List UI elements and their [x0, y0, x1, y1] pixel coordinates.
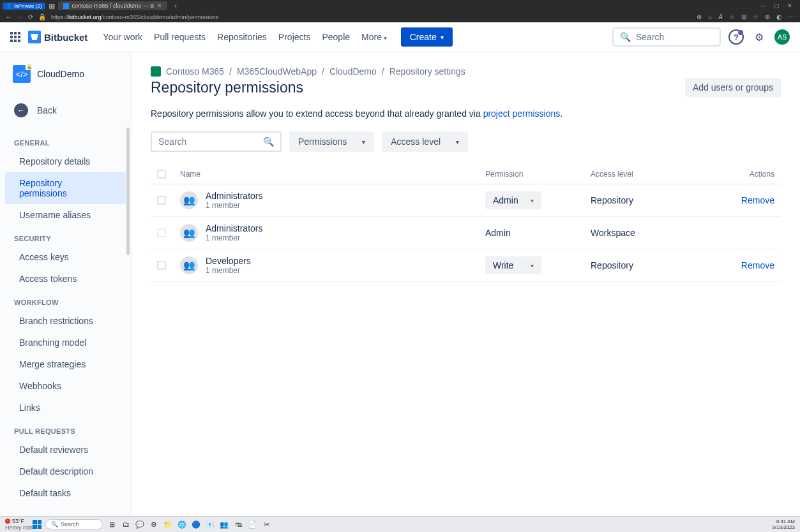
teams-icon[interactable]: 👥	[219, 519, 229, 529]
system-tray-clock[interactable]: 8:41 AM 9/19/2023	[772, 519, 795, 530]
menu-icon[interactable]: ⋯	[789, 13, 795, 20]
address-bar: ← → ⟳ 🔒 https://bitbucket.org/contoso-m3…	[0, 11, 800, 22]
minimize-icon[interactable]: —	[760, 3, 766, 9]
filter-permissions[interactable]: Permissions	[289, 131, 374, 152]
outlook-icon[interactable]: 📧	[205, 519, 215, 529]
collections-icon[interactable]: ⊕	[765, 13, 770, 20]
sidebar-item-username-aliases[interactable]: Username aliases	[5, 204, 126, 226]
chat-icon[interactable]: 💬	[135, 519, 145, 529]
group-icon: 👥	[180, 256, 198, 274]
project-permissions-link[interactable]: project permissions	[483, 108, 561, 119]
sidebar-item-merge-strategies[interactable]: Merge strategies	[5, 353, 126, 375]
remove-link[interactable]: Remove	[741, 195, 774, 205]
text-icon[interactable]: A	[718, 13, 723, 20]
lock-icon[interactable]: 🔒	[38, 13, 46, 20]
sidebar-item-repository-details[interactable]: Repository details	[5, 151, 126, 172]
sidebar-item-repository-permissions[interactable]: Repository permissions	[5, 172, 126, 204]
row-name: Administrators	[206, 191, 262, 201]
bitbucket-icon	[28, 31, 41, 43]
word-icon[interactable]: 📄	[247, 519, 257, 529]
favorites-bar-icon[interactable]: ☆	[753, 13, 758, 20]
nav-your-work[interactable]: Your work	[103, 32, 142, 42]
breadcrumb-link[interactable]: Repository settings	[389, 66, 465, 77]
user-avatar[interactable]: AS	[774, 29, 790, 45]
permission-dropdown[interactable]: Write	[485, 256, 541, 274]
start-button[interactable]	[33, 520, 42, 529]
scrollbar[interactable]	[126, 128, 130, 255]
browser-tab[interactable]: contoso-m365 / clouddemo — B ✕	[58, 1, 168, 10]
tab-strip: InPrivate (2) ▦ contoso-m365 / clouddemo…	[0, 0, 800, 11]
row-access: Repository	[591, 195, 698, 205]
weather-widget[interactable]: !53°F Heavy rain	[5, 519, 33, 531]
table-row: 👥 Administrators 1 member Admin Reposito…	[151, 184, 781, 217]
snip-icon[interactable]: ✂	[261, 519, 271, 529]
extensions-icon[interactable]: ⊞	[741, 13, 746, 20]
back-link[interactable]: ← Back	[0, 97, 131, 124]
explorer-icon[interactable]: 🗂	[121, 519, 131, 529]
shopping-icon[interactable]: ⌂	[708, 13, 712, 20]
row-checkbox[interactable]	[157, 196, 166, 205]
sync-icon[interactable]: ⊕	[697, 13, 702, 20]
edge-icon[interactable]: 🌐	[177, 519, 187, 529]
row-checkbox[interactable]	[157, 261, 166, 270]
back-arrow-icon: ←	[14, 103, 28, 117]
nav-people[interactable]: People	[322, 32, 350, 42]
sidebar-item-links[interactable]: Links	[5, 397, 126, 418]
store-icon[interactable]: 🛍	[233, 519, 243, 529]
inprivate-badge[interactable]: InPrivate (2)	[3, 3, 45, 10]
favorite-icon[interactable]: ☆	[729, 13, 735, 20]
chrome-icon[interactable]: 🔵	[191, 519, 201, 529]
breadcrumb-link[interactable]: CloudDemo	[329, 66, 377, 77]
sidebar-item-default-tasks[interactable]: Default tasks	[5, 482, 126, 504]
nav-repositories[interactable]: Repositories	[217, 32, 267, 42]
refresh-icon[interactable]: ⟳	[28, 13, 33, 20]
row-subtitle: 1 member	[206, 201, 262, 210]
close-icon[interactable]: ✕	[157, 3, 162, 9]
repo-header[interactable]: </>🔒 CloudDemo	[0, 63, 131, 89]
global-search[interactable]: 🔍 Search	[612, 27, 721, 47]
help-icon[interactable]: ?	[728, 29, 744, 45]
tab-grid-icon[interactable]: ▦	[47, 1, 57, 11]
taskbar-search[interactable]: 🔍Search	[45, 519, 103, 529]
back-icon[interactable]: ←	[5, 13, 11, 20]
sidebar-item-branch-restrictions[interactable]: Branch restrictions	[5, 310, 126, 332]
settings-icon[interactable]: ⚙	[751, 29, 767, 45]
maximize-icon[interactable]: ▢	[774, 3, 780, 9]
sidebar-item-access-keys[interactable]: Access keys	[5, 246, 126, 268]
nav-pull-requests[interactable]: Pull requests	[154, 32, 206, 42]
sidebar-item-webhooks[interactable]: Webhooks	[5, 375, 126, 397]
bitbucket-logo[interactable]: Bitbucket	[28, 31, 87, 43]
back-label: Back	[37, 105, 57, 115]
header-name: Name	[180, 170, 485, 179]
filter-access-level[interactable]: Access level	[382, 131, 468, 152]
profile-icon[interactable]: ◐	[776, 13, 782, 20]
close-window-icon[interactable]: ✕	[787, 3, 792, 9]
settings-icon[interactable]: ⚙	[149, 519, 159, 529]
new-tab-button[interactable]: ＋	[169, 2, 182, 10]
create-button[interactable]: Create	[401, 27, 453, 47]
add-users-button[interactable]: Add users or groups	[685, 78, 781, 97]
table-row: 👥 Administrators 1 member Admin Workspac…	[151, 217, 781, 249]
app-switcher-icon[interactable]	[10, 32, 20, 42]
group-icon: 👥	[180, 224, 198, 242]
permission-dropdown[interactable]: Admin	[485, 191, 541, 209]
breadcrumb-link[interactable]: Contoso M365	[166, 66, 224, 77]
url-field[interactable]: https://bitbucket.org/contoso-m365/cloud…	[51, 14, 691, 20]
permissions-table: Name Permission Access level Actions 👥 A…	[151, 165, 781, 282]
filter-search[interactable]: Search 🔍	[151, 131, 282, 152]
remove-link[interactable]: Remove	[741, 260, 774, 270]
forward-icon[interactable]: →	[17, 13, 23, 20]
sidebar-item-default-reviewers[interactable]: Default reviewers	[5, 439, 126, 461]
nav-projects[interactable]: Projects	[278, 32, 311, 42]
nav-more[interactable]: More	[361, 32, 387, 42]
row-name: Administrators	[206, 223, 262, 233]
row-checkbox[interactable]	[157, 228, 166, 237]
sidebar-item-branching-model[interactable]: Branching model	[5, 332, 126, 353]
sidebar-item-access-tokens[interactable]: Access tokens	[5, 268, 126, 290]
breadcrumb-link[interactable]: M365CloudWebApp	[237, 66, 317, 77]
task-view-icon[interactable]: ⊞	[107, 519, 117, 529]
files-icon[interactable]: 📁	[163, 519, 173, 529]
search-icon: 🔍	[51, 521, 58, 528]
sidebar-item-default-description[interactable]: Default description	[5, 461, 126, 482]
select-all-checkbox[interactable]	[157, 170, 166, 179]
